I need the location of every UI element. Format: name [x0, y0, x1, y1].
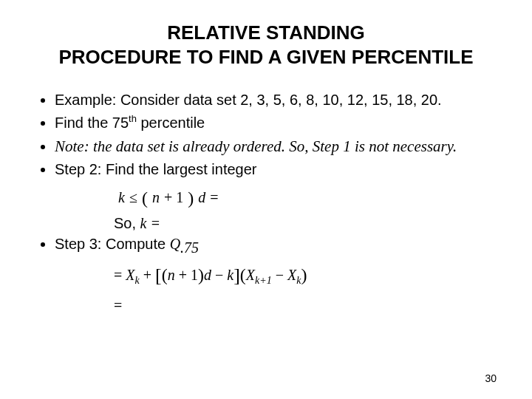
f2-lparen: ( — [162, 265, 168, 284]
so-k-equals: k = — [140, 215, 160, 231]
so-label: So, — [114, 215, 140, 231]
bullet-find-percentile: Find the 75th percentile — [55, 112, 502, 134]
f2-plus: + — [143, 267, 155, 283]
f2-mul-lparen: ( — [240, 265, 246, 284]
f2-mul-rparen: ) — [301, 265, 307, 284]
f2-k: k — [227, 267, 233, 283]
f2-eq: = — [114, 267, 126, 283]
f2-plus1: + 1 — [175, 267, 198, 283]
formula-k-inequality: k ≤ (n + 1)d = — [118, 188, 502, 208]
bullet-example: Example: Consider data set 2, 3, 5, 6, 8… — [55, 89, 502, 111]
step3-label: Step 3: Compute — [55, 236, 170, 252]
bullet-step2: Step 2: Find the largest integer — [55, 159, 502, 180]
bullet-find-post: percentile — [137, 115, 205, 131]
slide: RELATIVE STANDING PROCEDURE TO FIND A GI… — [0, 0, 532, 399]
so-line: So, k = — [114, 215, 502, 232]
sym-eq-trailing: = — [210, 189, 218, 206]
slide-title: RELATIVE STANDING PROCEDURE TO FIND A GI… — [30, 21, 502, 70]
f2-Xk: X — [126, 267, 134, 283]
bullet-step3: Step 3: Compute Q.75 — [55, 233, 502, 259]
sym-rparen: ) — [188, 188, 194, 208]
f2-n: n — [168, 267, 175, 283]
sym-le: ≤ — [129, 189, 137, 206]
sym-Q: Q — [170, 236, 180, 252]
sym-lparen: ( — [142, 188, 148, 208]
f2-lbracket: [ — [155, 265, 162, 286]
f2-k-sub: k — [135, 275, 140, 286]
formula-percentile: = Xk + [(n + 1)d − k](Xk+1 − Xk) — [114, 263, 502, 287]
sym-n: n — [152, 189, 160, 206]
ordinal-suffix: th — [129, 113, 137, 124]
f2-Xk1: X — [246, 267, 255, 283]
f2-d: d — [204, 267, 211, 283]
sym-plus1: + 1 — [164, 189, 183, 206]
f2-minus: − — [211, 267, 227, 283]
sym-d: d — [198, 189, 205, 206]
f2-Xk2: X — [287, 267, 296, 283]
bullet-note: Note: the data set is already ordered. S… — [55, 135, 502, 157]
f2-k1-sub: k+1 — [255, 275, 272, 286]
f2-rparen: ) — [198, 265, 204, 284]
formula-result-eq: = — [114, 297, 502, 314]
page-number: 30 — [485, 372, 497, 384]
sym-k: k — [118, 189, 125, 206]
bullet-find-pre: Find the 75 — [55, 115, 129, 131]
bullet-list-2: Step 3: Compute Q.75 — [30, 233, 502, 259]
f2-minus2: − — [272, 267, 287, 283]
bullet-list: Example: Consider data set 2, 3, 5, 6, 8… — [30, 89, 502, 180]
f2-rbracket: ] — [233, 265, 240, 286]
title-line-1: RELATIVE STANDING — [167, 21, 365, 44]
title-line-2: PROCEDURE TO FIND A GIVEN PERCENTILE — [59, 46, 474, 68]
sym-Q-sub: .75 — [180, 239, 199, 256]
